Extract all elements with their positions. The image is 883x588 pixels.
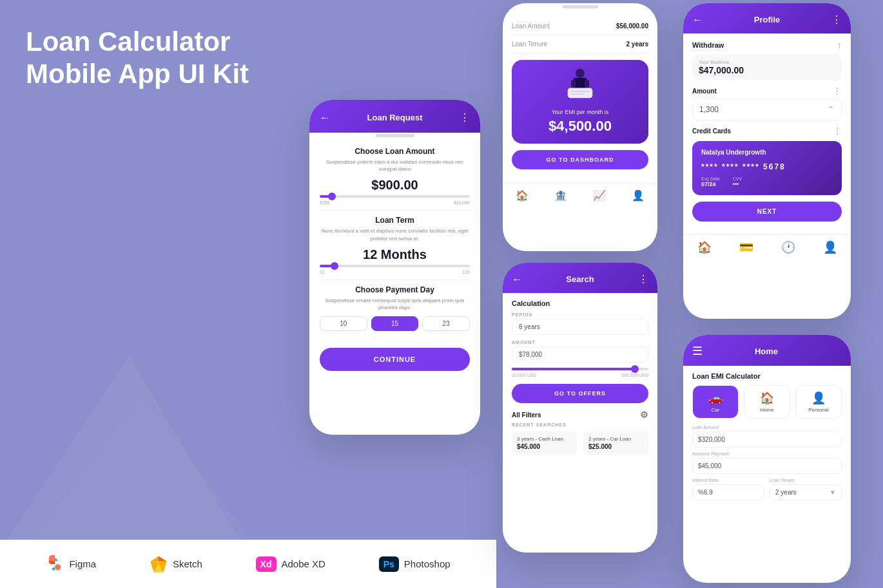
nav-person-icon[interactable]: 👤 bbox=[632, 189, 645, 202]
phone5-header: ☰ Home bbox=[683, 335, 851, 366]
emi-calc-label: Loan EMI Calculator bbox=[692, 372, 842, 380]
day-btn-23[interactable]: 23 bbox=[422, 316, 470, 331]
stepper-icon[interactable]: ⌃ bbox=[827, 104, 835, 115]
loan-type-personal[interactable]: 👤 Personal bbox=[795, 385, 842, 419]
tenure-input[interactable]: 2 years ▼ bbox=[770, 484, 842, 500]
phone1-title: Loan Request bbox=[367, 113, 423, 122]
next-button[interactable]: NEXT bbox=[692, 202, 842, 222]
back-icon[interactable]: ← bbox=[320, 112, 330, 124]
phone3-title: Search bbox=[566, 274, 594, 284]
loan-amount-field: Loan Amount $320,000 bbox=[692, 425, 842, 448]
personal-icon: 👤 bbox=[800, 391, 837, 405]
figma-label: Figma bbox=[69, 558, 96, 569]
tools-bar: Figma Sketch Xd Adobe XD Ps Photoshop bbox=[0, 540, 496, 588]
withdraw-icon[interactable]: ↑ bbox=[837, 40, 842, 50]
svg-marker-3 bbox=[159, 556, 167, 562]
day-btn-15[interactable]: 15 bbox=[371, 316, 419, 331]
phone-profile: ← Profile ⋮ Withdraw ↑ Your Balance $47,… bbox=[683, 3, 851, 319]
loan-term-slider[interactable] bbox=[320, 265, 470, 267]
amount-label: AMOUNT bbox=[512, 340, 648, 345]
amount-menu-icon[interactable]: ⋮ bbox=[833, 86, 842, 96]
recent-item-0[interactable]: 3 years - Cash Loan $45.000 bbox=[512, 431, 577, 455]
phone4-body: Withdraw ↑ Your Balance $47,000.00 Amoun… bbox=[683, 33, 851, 234]
menu-icon-profile[interactable]: ⋮ bbox=[831, 14, 842, 26]
home-label: Home bbox=[748, 407, 786, 413]
rate-tenure-row: Interest Rate %6.9 Loan Tenure 2 years ▼ bbox=[692, 478, 842, 500]
character-illustration bbox=[558, 63, 603, 108]
recent-label: RECENT SEARCHES bbox=[512, 422, 648, 427]
amount-input-box[interactable]: 1,300 ⌃ bbox=[692, 99, 842, 120]
nav-bank-icon[interactable]: 🏦 bbox=[554, 189, 567, 202]
withdraw-row: Withdraw ↑ bbox=[692, 40, 842, 50]
loan-tenure-row: Loan Tenure 2 years bbox=[512, 35, 648, 53]
period-field[interactable]: 6 years bbox=[512, 319, 648, 335]
amount-section-row: Amount ⋮ bbox=[692, 86, 842, 96]
phone-search: ← Search ⋮ Calculation PERIOD 6 years AM… bbox=[503, 263, 657, 553]
interest-input[interactable]: %6.9 bbox=[692, 484, 764, 500]
phone3-body: Calculation PERIOD 6 years AMOUNT $78,00… bbox=[503, 293, 657, 462]
phone3-header: ← Search ⋮ bbox=[503, 263, 657, 293]
nav4-card-icon[interactable]: 💳 bbox=[739, 240, 753, 254]
advance-input[interactable]: $45,000 bbox=[692, 458, 842, 474]
search-amount-slider[interactable] bbox=[512, 368, 648, 370]
back-icon-search[interactable]: ← bbox=[512, 274, 522, 285]
back-icon-profile[interactable]: ← bbox=[692, 14, 703, 26]
car-label: Car bbox=[697, 407, 734, 413]
nav-home-icon[interactable]: 🏠 bbox=[516, 189, 529, 202]
phone-home: ☰ Home Loan EMI Calculator 🚗 Car 🏠 Home … bbox=[683, 335, 851, 583]
card-footer: Exp Date 07/24 CVV ••• bbox=[701, 176, 833, 187]
tool-photoshop: Ps Photoshop bbox=[379, 556, 451, 572]
loan-amount-input[interactable]: $320,000 bbox=[692, 432, 842, 448]
sketch-label: Sketch bbox=[173, 558, 202, 569]
balance-box: Your Balance $47,000.00 bbox=[692, 54, 842, 81]
choose-amount-desc: Suspendisse potenti elam a dui sodales c… bbox=[320, 158, 470, 173]
day-selector: 10 15 23 bbox=[320, 316, 470, 331]
go-offers-button[interactable]: GO TO OFFERS bbox=[512, 384, 648, 403]
phone2-nav: 🏠 🏦 📈 👤 bbox=[503, 184, 657, 207]
all-filters-row: All Filters ⚙ bbox=[512, 410, 648, 420]
search-slider-range: 10,000 USD 500,000 USD bbox=[512, 373, 648, 377]
recent-item-1[interactable]: 2 years - Car Loan $25.000 bbox=[583, 431, 648, 455]
personal-label: Personal bbox=[800, 407, 837, 413]
dashboard-button[interactable]: GO TO DASHBOARD bbox=[512, 150, 648, 169]
svg-rect-9 bbox=[571, 80, 576, 88]
nav4-clock-icon[interactable]: 🕐 bbox=[781, 240, 795, 254]
interest-label: Interest Rate bbox=[692, 478, 764, 482]
amount-section-label: Amount bbox=[692, 88, 717, 95]
loan-amount-slider[interactable] bbox=[320, 195, 470, 198]
loan-term-title: Loan Term bbox=[320, 216, 470, 225]
menu-icon[interactable]: ⋮ bbox=[460, 111, 470, 124]
balance-value: $47,000.00 bbox=[699, 65, 835, 75]
loan-term-desc: Nunc tincidunt a velit et dapibus nunc c… bbox=[320, 227, 470, 242]
loan-type-home[interactable]: 🏠 Home bbox=[744, 385, 790, 419]
day-btn-10[interactable]: 10 bbox=[320, 316, 367, 331]
emi-card: Your EMI per month is $4,500.00 bbox=[512, 60, 648, 144]
phone5-title: Home bbox=[755, 346, 778, 356]
exp-date: Exp Date 07/24 bbox=[701, 176, 720, 187]
payment-day-title: Choose Payment Day bbox=[320, 285, 470, 294]
credit-card-widget: Natalya Undergrowth **** **** **** 5678 … bbox=[692, 141, 842, 195]
menu-lines-icon[interactable]: ☰ bbox=[692, 344, 703, 358]
filter-icon[interactable]: ⚙ bbox=[640, 410, 648, 420]
card-number: **** **** **** 5678 bbox=[701, 162, 833, 171]
nav4-person-icon[interactable]: 👤 bbox=[823, 240, 837, 254]
withdraw-label: Withdraw bbox=[692, 41, 724, 49]
nav4-home-icon[interactable]: 🏠 bbox=[697, 240, 712, 254]
ps-label: Photoshop bbox=[404, 558, 451, 569]
continue-button[interactable]: CONTINUE bbox=[320, 348, 470, 371]
tenure-label: Loan Tenure bbox=[770, 478, 842, 482]
tool-sketch: Sketch bbox=[150, 555, 202, 573]
svg-rect-11 bbox=[568, 88, 593, 99]
page-title: Loan Calculator Mobile App UI Kit bbox=[26, 26, 284, 91]
all-filters-label: All Filters bbox=[512, 412, 541, 419]
menu-icon-search[interactable]: ⋮ bbox=[638, 273, 648, 285]
phone4-header: ← Profile ⋮ bbox=[683, 3, 851, 33]
cards-menu-icon[interactable]: ⋮ bbox=[833, 126, 842, 136]
term-slider-range: 02 120 bbox=[320, 270, 470, 274]
loan-type-car[interactable]: 🚗 Car bbox=[692, 385, 739, 419]
nav-chart-icon[interactable]: 📈 bbox=[593, 189, 606, 202]
bg-decoration bbox=[0, 356, 245, 549]
loan-amount-display: $900.00 bbox=[320, 178, 470, 193]
car-icon: 🚗 bbox=[697, 391, 734, 405]
amount-field[interactable]: $78,000 bbox=[512, 346, 648, 363]
